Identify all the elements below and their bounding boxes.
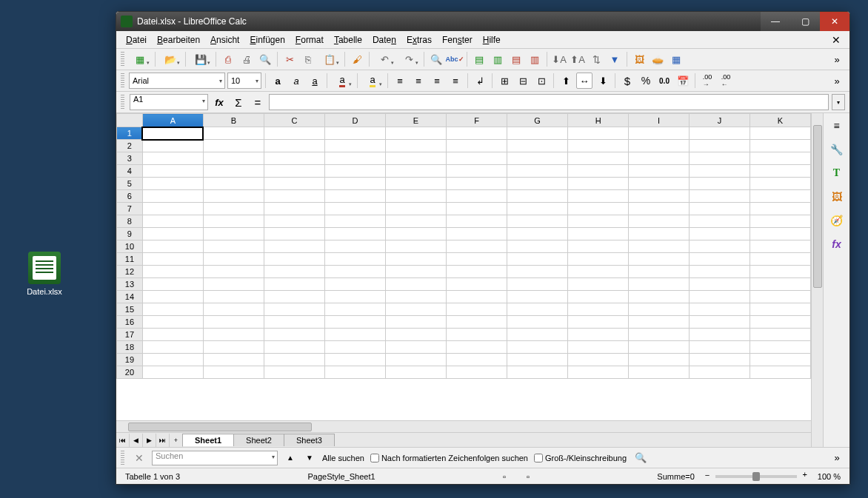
cell-D12[interactable] bbox=[324, 266, 385, 278]
cell-J14[interactable] bbox=[690, 291, 750, 303]
cell-I9[interactable] bbox=[629, 228, 690, 240]
underline-button[interactable]: a bbox=[307, 73, 323, 89]
cell-J6[interactable] bbox=[690, 190, 750, 203]
insert-row-button[interactable]: ▤ bbox=[471, 51, 487, 67]
cell-F1[interactable] bbox=[447, 127, 507, 140]
italic-button[interactable]: a bbox=[288, 73, 304, 89]
cell-K14[interactable] bbox=[750, 291, 810, 303]
cell-B8[interactable] bbox=[203, 215, 264, 228]
zoom-slider[interactable] bbox=[715, 475, 797, 478]
cell-D10[interactable] bbox=[324, 240, 385, 253]
status-sheet-info[interactable]: Tabelle 1 von 3 bbox=[121, 472, 184, 481]
cell-J17[interactable] bbox=[690, 329, 750, 341]
column-header-F[interactable]: F bbox=[447, 114, 507, 127]
sheet-tab-sheet3[interactable]: Sheet3 bbox=[284, 434, 335, 446]
cell-I13[interactable] bbox=[629, 278, 690, 291]
cell-A9[interactable] bbox=[142, 228, 203, 240]
cell-A17[interactable] bbox=[142, 329, 203, 341]
cell-H5[interactable] bbox=[568, 178, 629, 190]
cell-E11[interactable] bbox=[386, 253, 447, 266]
titlebar[interactable]: Datei.xlsx - LibreOffice Calc — ▢ ✕ bbox=[116, 12, 849, 31]
merge-center-button[interactable]: ⊡ bbox=[533, 73, 550, 89]
column-header-C[interactable]: C bbox=[264, 114, 324, 127]
new-document-button[interactable]: ▦ bbox=[129, 51, 151, 67]
copy-button[interactable]: ⎘ bbox=[300, 51, 316, 67]
cell-D5[interactable] bbox=[324, 178, 385, 190]
cell-A6[interactable] bbox=[142, 190, 203, 203]
sidebar-settings-icon[interactable]: ≡ bbox=[829, 118, 845, 134]
cell-B10[interactable] bbox=[203, 240, 264, 253]
highlight-color-button[interactable]: a bbox=[361, 73, 384, 89]
formula-expand-button[interactable]: ▾ bbox=[832, 94, 845, 110]
cell-D16[interactable] bbox=[324, 316, 385, 329]
cell-E13[interactable] bbox=[386, 278, 447, 291]
cell-I11[interactable] bbox=[629, 253, 690, 266]
cell-H18[interactable] bbox=[568, 341, 629, 354]
cell-I2[interactable] bbox=[629, 140, 690, 152]
cell-K2[interactable] bbox=[750, 140, 810, 152]
cell-B2[interactable] bbox=[203, 140, 264, 152]
toolbar-more-button[interactable]: » bbox=[829, 51, 845, 67]
align-justify-button[interactable]: ≡ bbox=[447, 73, 464, 89]
cell-K20[interactable] bbox=[750, 366, 810, 379]
cell-G4[interactable] bbox=[507, 165, 568, 178]
cell-K8[interactable] bbox=[750, 215, 810, 228]
cell-D4[interactable] bbox=[324, 165, 385, 178]
cell-C4[interactable] bbox=[264, 165, 324, 178]
cell-J12[interactable] bbox=[690, 266, 750, 278]
row-header-6[interactable]: 6 bbox=[117, 190, 143, 203]
select-all-corner[interactable] bbox=[117, 114, 143, 127]
row-header-9[interactable]: 9 bbox=[117, 228, 143, 240]
cell-B13[interactable] bbox=[203, 278, 264, 291]
cell-H11[interactable] bbox=[568, 253, 629, 266]
row-header-13[interactable]: 13 bbox=[117, 278, 143, 291]
cell-G19[interactable] bbox=[507, 354, 568, 366]
cell-J15[interactable] bbox=[690, 303, 750, 316]
print-preview-button[interactable]: 🔍 bbox=[257, 51, 273, 67]
cell-K12[interactable] bbox=[750, 266, 810, 278]
cell-G11[interactable] bbox=[507, 253, 568, 266]
cell-K10[interactable] bbox=[750, 240, 810, 253]
cell-G20[interactable] bbox=[507, 366, 568, 379]
cell-E14[interactable] bbox=[386, 291, 447, 303]
row-header-18[interactable]: 18 bbox=[117, 341, 143, 354]
cell-J18[interactable] bbox=[690, 341, 750, 354]
autofilter-button[interactable]: ▼ bbox=[607, 51, 623, 67]
cell-F18[interactable] bbox=[447, 341, 507, 354]
cell-F20[interactable] bbox=[447, 366, 507, 379]
valign-bottom-button[interactable]: ⬇ bbox=[595, 73, 611, 89]
row-header-7[interactable]: 7 bbox=[117, 203, 143, 215]
cell-H19[interactable] bbox=[568, 354, 629, 366]
cell-J11[interactable] bbox=[690, 253, 750, 266]
formula-input[interactable] bbox=[269, 94, 829, 110]
menu-ansicht[interactable]: Ansicht bbox=[205, 33, 244, 47]
cell-G6[interactable] bbox=[507, 190, 568, 203]
cell-H20[interactable] bbox=[568, 366, 629, 379]
open-button[interactable]: 📂 bbox=[159, 51, 181, 67]
spellcheck-button[interactable]: Abc✓ bbox=[447, 51, 463, 67]
menu-tabelle[interactable]: Tabelle bbox=[329, 33, 367, 47]
cell-E3[interactable] bbox=[386, 152, 447, 165]
menu-format[interactable]: Format bbox=[290, 33, 329, 47]
align-right-button[interactable]: ≡ bbox=[429, 73, 445, 89]
cell-E4[interactable] bbox=[386, 165, 447, 178]
cell-I10[interactable] bbox=[629, 240, 690, 253]
cell-K11[interactable] bbox=[750, 253, 810, 266]
status-insert-mode[interactable]: ▫ bbox=[498, 472, 510, 481]
cell-E6[interactable] bbox=[386, 190, 447, 203]
sheet-tab-sheet2[interactable]: Sheet2 bbox=[233, 434, 284, 446]
cell-F14[interactable] bbox=[447, 291, 507, 303]
cell-I18[interactable] bbox=[629, 341, 690, 354]
row-header-10[interactable]: 10 bbox=[117, 240, 143, 253]
zoom-level[interactable]: 100 % bbox=[813, 472, 845, 481]
cell-D13[interactable] bbox=[324, 278, 385, 291]
cell-D17[interactable] bbox=[324, 329, 385, 341]
cell-C5[interactable] bbox=[264, 178, 324, 190]
cell-J4[interactable] bbox=[690, 165, 750, 178]
valign-top-button[interactable]: ⬆ bbox=[558, 73, 574, 89]
cell-K16[interactable] bbox=[750, 316, 810, 329]
close-document-button[interactable]: ✕ bbox=[827, 34, 845, 46]
align-left-button[interactable]: ≡ bbox=[392, 73, 408, 89]
cell-J13[interactable] bbox=[690, 278, 750, 291]
font-color-button[interactable]: a bbox=[331, 73, 353, 89]
